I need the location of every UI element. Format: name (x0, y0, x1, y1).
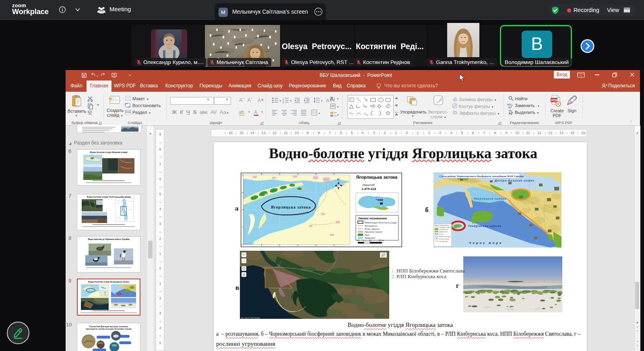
svg-text:0: 0 (363, 239, 364, 242)
svg-text:+: + (243, 253, 245, 257)
svg-text:A: A (326, 98, 329, 103)
svg-text:N: N (337, 178, 339, 181)
svg-text:▼: ▼ (248, 110, 251, 114)
svg-text:Ліси: Ліси (365, 234, 369, 236)
svg-text:A: A (258, 98, 261, 103)
svg-text:1:475 618: 1:475 618 (361, 187, 376, 191)
svg-text:Чорне море: Чорне море (469, 241, 503, 245)
svg-text:заповідні зони: заповідні зони (439, 229, 448, 230)
svg-text:ac: ac (508, 105, 511, 109)
svg-text:▼: ▼ (336, 114, 339, 116)
svg-text:Схема району Чорноморського бі: Схема району Чорноморського біосферного … (439, 175, 524, 178)
svg-text:Річки, канали: Річки, канали (365, 228, 379, 230)
svg-text:A: A (330, 97, 333, 101)
svg-text:морська акваторія: морська акваторія (439, 236, 451, 237)
svg-text:Дані карти ©2024 Google: Дані карти ©2024 Google (241, 317, 260, 319)
svg-text:заповідник та філії: заповідник та філії (439, 227, 451, 228)
svg-text:▼: ▼ (336, 97, 339, 100)
svg-text:▼: ▼ (279, 99, 282, 102)
svg-text:▼: ▼ (289, 99, 292, 102)
svg-text:Ягорлицька затока: Ягорлицька затока (271, 205, 311, 209)
svg-text:20 км: 20 км (379, 239, 384, 242)
svg-text:10: 10 (357, 239, 359, 242)
svg-text:Умовні позначення: Умовні позначення (435, 224, 449, 226)
svg-text:−: − (243, 259, 245, 263)
svg-text:Межа водно-болотного угіддя: Межа водно-болотного угіддя (365, 221, 397, 224)
svg-text:PDF: PDF (551, 98, 558, 102)
svg-text:A: A (254, 109, 258, 115)
svg-text:Умовні позначення: Умовні позначення (358, 217, 387, 220)
svg-text:ab: ab (239, 109, 244, 115)
svg-text:буферні зони: буферні зони (439, 231, 448, 233)
svg-text:▼: ▼ (320, 99, 323, 102)
svg-text:Автодороги: Автодороги (365, 225, 377, 227)
svg-text:10: 10 (369, 239, 372, 242)
svg-text:населені пункти: населені пункти (439, 238, 449, 240)
svg-text:▼: ▼ (318, 112, 321, 115)
svg-text:Тендрівська затока: Тендрівська затока (468, 225, 502, 228)
svg-text:інші території: інші території (439, 241, 448, 242)
svg-text:Масштаб: Масштаб (363, 184, 375, 186)
svg-text:Населені пункти: Населені пункти (365, 231, 382, 233)
svg-text:▼: ▼ (260, 110, 264, 114)
svg-text:Київ: Київ (378, 198, 383, 201)
svg-text:затоки: затоки (439, 233, 443, 235)
svg-text:Ягорлицька затока: Ягорлицька затока (356, 175, 398, 180)
svg-text:▼: ▼ (336, 105, 339, 108)
svg-text:Ягорлицька затока: Ягорлицька затока (473, 197, 506, 200)
svg-text:Дніпро-Бузький лиман: Дніпро-Бузький лиман (494, 179, 535, 182)
svg-text:3: 3 (283, 101, 284, 104)
